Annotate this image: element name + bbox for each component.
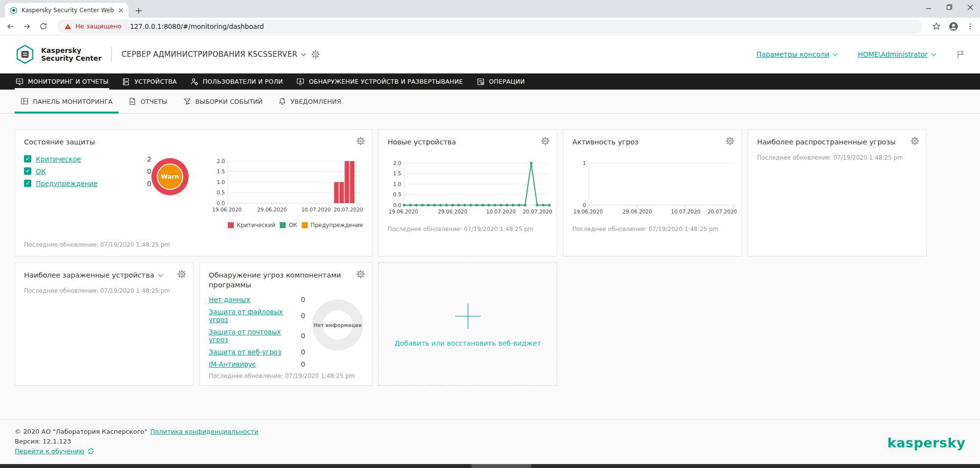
- widget-new-devices: Новые устройства 0.00.51.01.52.019.06.20…: [378, 129, 557, 257]
- component-link[interactable]: IM-Антивирус: [209, 360, 256, 368]
- chevron-down-icon[interactable]: [158, 272, 163, 277]
- address-bar[interactable]: Не защищено 127.0.0.1:8080/#/monitoring/…: [57, 20, 922, 33]
- svg-text:10.07.2020: 10.07.2020: [301, 207, 331, 212]
- svg-text:20.07.2020: 20.07.2020: [334, 207, 363, 212]
- new-devices-line-chart: 0.00.51.01.52.019.06.202029.06.202010.07…: [388, 159, 552, 218]
- svg-text:20.07.2020: 20.07.2020: [708, 209, 737, 214]
- widget-threat-activity: Активность угроз 0119.06.202029.06.20201…: [563, 129, 742, 257]
- omnibox-divider: [125, 23, 126, 30]
- window-minimize-icon[interactable]: [926, 4, 931, 10]
- protection-chart: 0.00.51.01.52.019.06.202029.06.202010.07…: [211, 155, 363, 241]
- widget-protection-status: Состояние защиты ✓ Критическое 2 ✓ ОК 0: [15, 129, 372, 257]
- training-link[interactable]: Перейти к обучению: [15, 447, 84, 455]
- status-link-critical[interactable]: Критическое: [36, 155, 81, 163]
- status-link-ok[interactable]: ОК: [36, 167, 46, 175]
- not-secure-warning-icon[interactable]: [64, 23, 72, 30]
- bottom-strip: [0, 464, 980, 468]
- browser-menu-kebab-icon[interactable]: [966, 23, 974, 30]
- privacy-policy-link[interactable]: Политика конфиденциальности: [150, 428, 259, 435]
- legend-item-ok: ОК: [280, 222, 297, 229]
- widget-settings-gear-icon[interactable]: [356, 270, 365, 279]
- status-checkbox[interactable]: ✓: [24, 155, 31, 163]
- component-link[interactable]: Защита от почтовых угроз: [209, 328, 301, 344]
- legend-item-critical: Критический: [228, 222, 275, 229]
- status-value: 0: [147, 180, 151, 187]
- svg-text:0: 0: [583, 202, 586, 208]
- nav-item-discovery-deployment[interactable]: ОБНАРУЖЕНИЕ УСТРОЙСТВ И РАЗВЕРТЫВАНИЕ: [290, 73, 469, 90]
- protection-gauge: Warn: [151, 158, 189, 195]
- svg-text:0.5: 0.5: [217, 189, 225, 195]
- component-value: 0: [301, 296, 305, 304]
- user-menu-link[interactable]: HOME\Administrator: [858, 50, 935, 58]
- component-value: 0: [301, 312, 305, 320]
- nav-item-monitoring-reports[interactable]: МОНИТОРИНГ И ОТЧЕТЫ: [9, 73, 115, 90]
- widget-title: Обнаружение угроз компонентами программы: [209, 271, 363, 290]
- component-link[interactable]: Защита от файловых угроз: [209, 308, 301, 324]
- browser-tab[interactable]: Kaspersky Security Center Web C: [5, 3, 128, 18]
- tab-event-selections[interactable]: ВЫБОРКИ СОБЫТИЙ: [177, 90, 269, 113]
- new-tab-button[interactable]: [135, 7, 142, 14]
- svg-text:2.0: 2.0: [393, 160, 401, 165]
- widget-settings-gear-icon[interactable]: [910, 137, 919, 145]
- status-link-warning[interactable]: Предупреждение: [36, 180, 98, 187]
- tab-close-icon[interactable]: [119, 8, 123, 13]
- svg-text:1.0: 1.0: [217, 179, 225, 185]
- status-checkbox[interactable]: ✓: [24, 180, 31, 187]
- browser-toolbar: Не защищено 127.0.0.1:8080/#/monitoring/…: [0, 18, 980, 35]
- nav-item-devices[interactable]: УСТРОЙСТВА: [115, 73, 183, 90]
- status-value: 0: [147, 167, 151, 175]
- monitoring-icon: [16, 78, 24, 86]
- server-settings-gear-icon[interactable]: [311, 50, 320, 59]
- donut-label: Нет информации: [306, 323, 369, 328]
- bookmark-star-icon[interactable]: [932, 22, 941, 31]
- component-link[interactable]: Нет данных: [209, 296, 250, 304]
- console-settings-link[interactable]: Параметры консоли: [757, 50, 837, 58]
- profile-avatar-icon[interactable]: [949, 22, 958, 31]
- component-value: 0: [301, 360, 305, 368]
- component-row: Защита от веб-угроз0: [209, 348, 312, 356]
- window-restore-icon[interactable]: [946, 4, 953, 10]
- version-text: Версия: 12.1.123: [15, 438, 258, 445]
- tab-notifications[interactable]: УВЕДОМЛЕНИЯ: [272, 90, 347, 113]
- widget-settings-gear-icon[interactable]: [541, 137, 550, 145]
- component-link[interactable]: Защита от веб-угроз: [209, 348, 281, 356]
- svg-text:2.0: 2.0: [217, 158, 225, 164]
- window-controls: [926, 4, 973, 10]
- widget-title: Новые устройства: [388, 138, 548, 147]
- widget-settings-gear-icon[interactable]: [177, 270, 186, 279]
- status-row-ok: ✓ ОК 0: [24, 167, 151, 175]
- widget-title: Состояние защиты: [24, 138, 363, 147]
- back-icon[interactable]: [6, 22, 15, 31]
- administration-server-selector[interactable]: СЕРВЕР АДМИНИСТРИРОВАНИЯ KSCSSERVER: [122, 50, 305, 59]
- tab-monitoring-dashboard[interactable]: ПАНЕЛЬ МОНИТОРИНГА: [15, 90, 119, 113]
- svg-text:19.06.2020: 19.06.2020: [212, 207, 242, 212]
- add-widget-button[interactable]: Добавить или восстановить веб-виджет: [378, 262, 557, 386]
- svg-text:1.5: 1.5: [217, 168, 225, 174]
- forward-icon[interactable]: [23, 22, 31, 31]
- widget-settings-gear-icon[interactable]: [356, 137, 365, 145]
- status-checkbox[interactable]: ✓: [24, 167, 31, 175]
- security-status-label[interactable]: Не защищено: [75, 23, 122, 30]
- language-flag-icon[interactable]: [956, 50, 965, 59]
- svg-text:10.07.2020: 10.07.2020: [486, 209, 515, 214]
- tab-reports[interactable]: ОТЧЕТЫ: [122, 90, 173, 113]
- svg-text:29.06.2020: 29.06.2020: [623, 209, 652, 214]
- kaspersky-logo-icon: [15, 44, 35, 65]
- nav-item-users-roles[interactable]: ПОЛЬЗОВАТЕЛИ И РОЛИ: [184, 73, 290, 90]
- refresh-icon[interactable]: [39, 22, 48, 30]
- kaspersky-favicon-icon: [10, 6, 18, 14]
- protection-status-bar-chart: 0.00.51.01.52.019.06.202029.06.202010.07…: [211, 157, 363, 216]
- status-row-critical: ✓ Критическое 2: [24, 155, 151, 163]
- sync-icon[interactable]: [87, 447, 95, 455]
- main-navigation: МОНИТОРИНГ И ОТЧЕТЫ УСТРОЙСТВА ПОЛЬЗОВАТ…: [0, 73, 980, 90]
- footer: © 2020 АО "Лаборатория Касперского" Поли…: [0, 420, 980, 457]
- widget-settings-gear-icon[interactable]: [726, 137, 735, 145]
- chevron-down-icon: [931, 51, 936, 56]
- url-text[interactable]: 127.0.0.1:8080/#/monitoring/dashboard: [130, 23, 264, 30]
- svg-text:0.0: 0.0: [393, 202, 401, 208]
- nav-item-operations[interactable]: ОПЕРАЦИИ: [470, 73, 532, 90]
- gauge-label: Warn: [161, 173, 179, 180]
- window-close-icon[interactable]: [967, 4, 973, 10]
- dashboard-icon: [21, 97, 28, 105]
- page: ПАНЕЛЬ МОНИТОРИНГА ОТЧЕТЫ ВЫБОРКИ СОБЫТИ…: [0, 90, 980, 468]
